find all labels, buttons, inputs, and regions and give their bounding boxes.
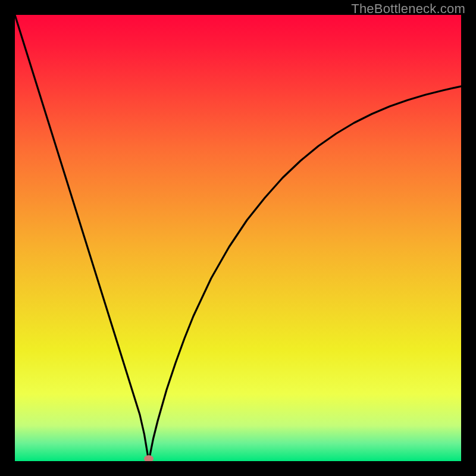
bottleneck-chart <box>15 15 461 461</box>
chart-background <box>15 15 461 461</box>
chart-frame: TheBottleneck.com <box>0 0 476 476</box>
